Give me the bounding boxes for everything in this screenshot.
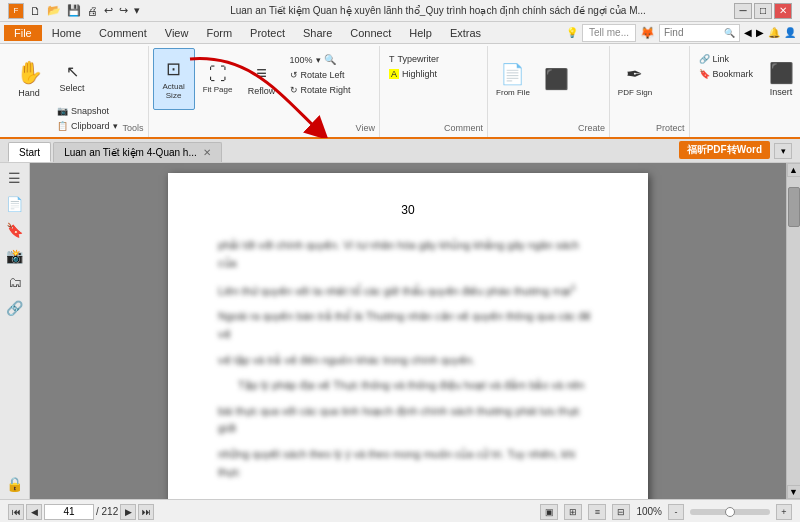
menu-help[interactable]: Help (401, 25, 440, 41)
titlebar-left: F 🗋 📂 💾 🖨 ↩ ↪ ▾ (8, 3, 142, 19)
clipboard-label: Clipboard (71, 121, 110, 131)
tell-me-label: Tell me... (589, 27, 629, 38)
snapshot-button[interactable]: 📷 Snapshot (52, 104, 123, 118)
tab-start[interactable]: Start (8, 142, 51, 162)
links-items: 🔗 Link 🔖 Bookmark ⬛ Insert (694, 48, 801, 110)
page-input[interactable] (44, 504, 94, 520)
dropdown-btn[interactable]: ▾ (132, 3, 142, 18)
menu-extras[interactable]: Extras (442, 25, 489, 41)
sidebar-link-icon[interactable]: 🔗 (4, 297, 26, 319)
view-items: ⊡ Actual Size ⛶ Fit Page ≡ Reflow 100% ▾… (153, 48, 356, 110)
nav-left-icon[interactable]: ◀ (744, 27, 752, 38)
sidebar-bookmark-icon[interactable]: 🔖 (4, 219, 26, 241)
highlight-label: Highlight (402, 69, 437, 79)
find-box[interactable]: 🔍 (659, 24, 740, 42)
doc-line-6: bài thực qua với các qua tinh hoạch định… (218, 403, 598, 438)
tools-small-col: 📷 Snapshot 📋 Clipboard ▾ (52, 102, 123, 135)
rotate-left-button[interactable]: ↺ Rotate Left (285, 68, 356, 82)
zoom-select[interactable]: 100% ▾ 🔍 (285, 52, 356, 67)
from-file-button[interactable]: 📄 From File (492, 48, 534, 110)
menu-view[interactable]: View (157, 25, 197, 41)
sidebar-layers-icon[interactable]: 🗂 (4, 271, 26, 293)
zoom-in-icon[interactable]: 🔍 (324, 54, 336, 65)
zoom-out-btn[interactable]: - (668, 504, 684, 520)
last-page-btn[interactable]: ⏭ (138, 504, 154, 520)
tell-me-box[interactable]: Tell me... (582, 24, 636, 42)
hand-tool-button[interactable]: ✋ Hand (8, 48, 50, 110)
menu-protect[interactable]: Protect (242, 25, 293, 41)
right-scrollbar[interactable]: ▲ ▼ (786, 163, 800, 499)
scroll-down-btn[interactable]: ▼ (787, 485, 801, 499)
tab-document-label: Luan an Tiết kiệm 4-Quan h... (64, 147, 197, 158)
app-icon: F (8, 3, 24, 19)
scroll-view-btn[interactable]: ≡ (588, 504, 606, 520)
create-more-icon: ⬛ (544, 67, 569, 91)
single-page-view-btn[interactable]: ▣ (540, 504, 558, 520)
bell-icon[interactable]: 🔔 (768, 27, 780, 38)
scroll-up-btn[interactable]: ▲ (787, 163, 801, 177)
select-label: Select (59, 83, 84, 93)
bookmark-button[interactable]: 🔖 Bookmark (694, 67, 759, 81)
zoom-in-btn[interactable]: + (776, 504, 792, 520)
tab-document[interactable]: Luan an Tiết kiệm 4-Quan h... ✕ (53, 142, 222, 162)
actual-size-label: Actual Size (156, 82, 192, 100)
menu-home[interactable]: Home (44, 25, 89, 41)
comment-small-col: T Typewriter A Highlight (384, 48, 444, 83)
find-input[interactable] (664, 27, 724, 38)
find-search-icon[interactable]: 🔍 (724, 28, 735, 38)
link-button[interactable]: 🔗 Link (694, 52, 759, 66)
quick-access-toolbar: 🗋 📂 💾 🖨 ↩ ↪ ▾ (28, 3, 142, 18)
user-icon[interactable]: 👤 (784, 27, 796, 38)
typewriter-icon: T (389, 54, 395, 64)
two-page-view-btn[interactable]: ⊞ (564, 504, 582, 520)
clipboard-button[interactable]: 📋 Clipboard ▾ (52, 119, 123, 133)
menubar: File Home Comment View Form Protect Shar… (0, 22, 800, 44)
menu-share[interactable]: Share (295, 25, 340, 41)
sidebar-page-icon[interactable]: 📄 (4, 193, 26, 215)
menu-connect[interactable]: Connect (342, 25, 399, 41)
maximize-btn[interactable]: □ (754, 3, 772, 19)
select-tool-button[interactable]: ↖ Select (52, 52, 92, 102)
actual-size-button[interactable]: ⊡ Actual Size (153, 48, 195, 110)
undo-btn[interactable]: ↩ (102, 3, 115, 18)
menu-comment[interactable]: Comment (91, 25, 155, 41)
scrollbar-thumb[interactable] (788, 187, 800, 227)
titlebar: F 🗋 📂 💾 🖨 ↩ ↪ ▾ Luan an Tiết kiệm Quan h… (0, 0, 800, 22)
insert-button[interactable]: ⬛ Insert (760, 48, 800, 110)
zoom-slider[interactable] (690, 509, 770, 515)
new-btn[interactable]: 🗋 (28, 4, 43, 18)
pdf-sign-button[interactable]: ✒ PDF Sign (614, 48, 656, 110)
rotate-right-button[interactable]: ↻ Rotate Right (285, 83, 356, 97)
continuous-view-btn[interactable]: ⊟ (612, 504, 630, 520)
zoom-thumb[interactable] (725, 507, 735, 517)
highlight-button[interactable]: A Highlight (384, 67, 444, 81)
from-file-icon: 📄 (500, 62, 525, 86)
redo-btn[interactable]: ↪ (117, 3, 130, 18)
create-items: 📄 From File ⬛ (492, 48, 578, 110)
menu-form[interactable]: Form (198, 25, 240, 41)
menu-file[interactable]: File (4, 25, 42, 41)
minimize-btn[interactable]: ─ (734, 3, 752, 19)
view-group-label: View (356, 121, 375, 135)
fit-page-button[interactable]: ⛶ Fit Page (197, 48, 239, 110)
sidebar-nav-icon[interactable]: ☰ (4, 167, 26, 189)
doc-line-3: Ngoài ra quyền bán trả thổ là Thương nhâ… (218, 308, 598, 343)
tab-dropdown-btn[interactable]: ▾ (774, 143, 792, 159)
sidebar-snapshot-icon[interactable]: 📸 (4, 245, 26, 267)
nav-right-icon[interactable]: ▶ (756, 27, 764, 38)
first-page-btn[interactable]: ⏮ (8, 504, 24, 520)
tab-close-icon[interactable]: ✕ (203, 147, 211, 158)
next-page-btn[interactable]: ▶ (120, 504, 136, 520)
open-btn[interactable]: 📂 (45, 3, 63, 18)
print-btn[interactable]: 🖨 (85, 4, 100, 18)
sidebar-lock-icon: 🔒 (4, 473, 26, 495)
statusbar: ⏮ ◀ / 212 ▶ ⏭ ▣ ⊞ ≡ ⊟ 100% - + (0, 499, 800, 522)
reflow-button[interactable]: ≡ Reflow (241, 48, 283, 110)
typewriter-button[interactable]: T Typewriter (384, 52, 444, 66)
create-more-button[interactable]: ⬛ (536, 48, 578, 110)
prev-page-btn[interactable]: ◀ (26, 504, 42, 520)
comment-group-label: Comment (444, 121, 483, 135)
scrollbar-track[interactable] (787, 177, 801, 485)
close-btn[interactable]: ✕ (774, 3, 792, 19)
save-btn[interactable]: 💾 (65, 3, 83, 18)
